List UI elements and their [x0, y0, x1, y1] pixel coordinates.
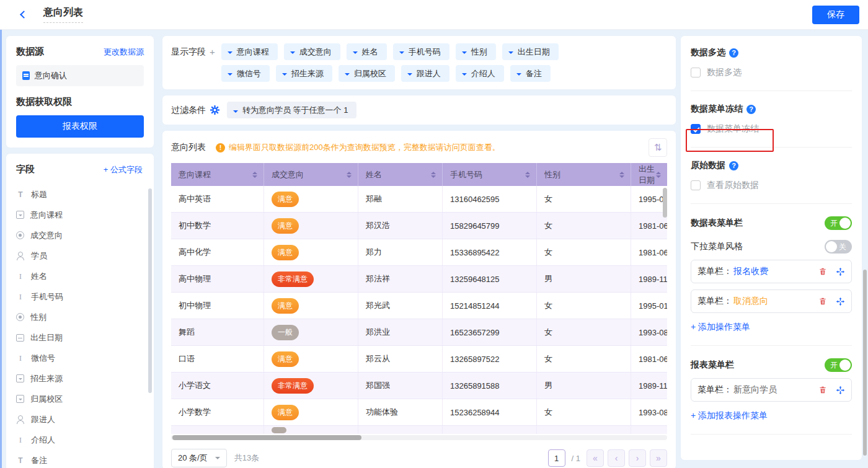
trash-icon[interactable] — [818, 386, 827, 394]
dropdown-style-toggle[interactable]: 关 — [825, 240, 852, 254]
chevron-down-icon — [516, 73, 521, 78]
prev-page-button[interactable]: ‹ — [608, 449, 625, 467]
caret-down-icon — [347, 175, 352, 180]
field-item[interactable]: 意向课程 — [16, 205, 148, 225]
add-formula-field-link[interactable]: + 公式字段 — [104, 164, 143, 175]
field-item[interactable]: 介绍人 — [16, 430, 148, 450]
sort-icon — [431, 169, 436, 180]
table-row: 初中数学满意郑汉浩15829645799女1981-06 — [171, 213, 667, 239]
field-item[interactable]: 跟进人 — [16, 409, 148, 430]
display-field-chip[interactable]: 出生日期 — [502, 43, 559, 60]
phone-cell — [443, 426, 537, 434]
display-field-chip[interactable]: 归属校区 — [339, 65, 395, 82]
question-icon[interactable]: ? — [729, 161, 738, 170]
filter-condition-chip[interactable]: 转为意向学员 等于任意一个 1 — [227, 102, 356, 118]
display-field-chip[interactable]: 姓名 — [347, 43, 387, 60]
display-field-chip[interactable]: 意向课程 — [221, 43, 278, 60]
menu-freeze-checkbox-label: 数据菜单冻结 — [707, 123, 759, 135]
field-item[interactable]: 成交意向 — [16, 225, 148, 245]
column-header[interactable]: 性别 — [537, 163, 631, 186]
save-button[interactable]: 保存 — [812, 6, 859, 24]
display-field-chip[interactable]: 备注 — [510, 65, 551, 82]
table-body: 高中英语满意郑融13160462595女1995-01初中数学满意郑汉浩1582… — [171, 186, 667, 434]
menu-item-name: 报名收费 — [733, 266, 768, 277]
display-field-chip[interactable]: 微信号 — [221, 65, 270, 82]
menu-item-name: 新意向学员 — [733, 384, 777, 395]
settings-scrollbar[interactable] — [863, 270, 867, 456]
chevron-down-icon — [353, 51, 358, 56]
caret-down-icon — [619, 175, 624, 180]
name-cell — [358, 426, 443, 434]
first-page-button[interactable]: « — [587, 449, 604, 467]
field-item[interactable]: 出生日期 — [16, 327, 148, 348]
field-item[interactable]: 性别 — [16, 307, 148, 327]
field-item[interactable]: 学员 — [16, 245, 148, 266]
question-icon[interactable]: ? — [729, 48, 738, 58]
datasource-item[interactable]: 意向确认 — [16, 65, 144, 86]
trash-icon[interactable] — [818, 267, 827, 276]
page-size-select[interactable]: 20 条/页 — [171, 449, 227, 467]
chevron-down-icon — [290, 51, 295, 56]
question-icon[interactable]: ? — [746, 105, 756, 114]
next-page-button[interactable]: › — [629, 449, 646, 467]
column-header[interactable]: 意向课程 — [171, 163, 264, 186]
datasource-item-label: 意向确认 — [35, 70, 67, 81]
report-menu-toggle[interactable]: 开 — [825, 358, 852, 372]
page-number-box[interactable]: 1 — [548, 449, 565, 467]
field-item[interactable]: 手机号码 — [16, 286, 148, 307]
report-editor-page: 意向列表 保存 数据源 更改数据源 意向确认 数据获取权限 报表权限 字段 + … — [0, 0, 868, 468]
course-cell: 初中数学 — [171, 213, 264, 239]
sort-icon — [252, 169, 257, 180]
display-field-chip[interactable]: 跟进人 — [401, 65, 450, 82]
fields-scrollbar[interactable] — [148, 188, 152, 393]
back-button[interactable] — [17, 9, 30, 21]
chevron-down-icon — [462, 51, 467, 56]
field-item[interactable]: 标题 — [16, 184, 148, 205]
sort-order-button[interactable]: ⇅ — [649, 138, 667, 157]
trash-icon[interactable] — [818, 297, 827, 306]
person-icon — [16, 252, 25, 260]
raw-data-title: 原始数据 — [691, 160, 725, 171]
multi-select-checkbox[interactable] — [691, 68, 701, 77]
page-of-label: / 1 — [572, 454, 580, 463]
field-item[interactable]: 微信号 — [16, 348, 148, 368]
report-permission-button[interactable]: 报表权限 — [16, 115, 144, 138]
last-page-button[interactable]: » — [650, 449, 667, 467]
menu-freeze-checkbox[interactable] — [691, 124, 701, 134]
field-item[interactable]: 姓名 — [16, 266, 148, 286]
filter-label: 过滤条件 — [171, 105, 206, 116]
gear-icon[interactable] — [210, 105, 219, 115]
table-horizontal-scrollbar[interactable] — [172, 435, 361, 440]
display-field-chip[interactable]: 成交意向 — [284, 43, 340, 60]
gender-cell: 女 — [537, 186, 631, 212]
column-header[interactable]: 姓名 — [358, 163, 443, 186]
add-report-action-menu-link[interactable]: + 添加报表操作菜单 — [691, 410, 852, 422]
table-vertical-scrollbar[interactable] — [663, 188, 667, 218]
move-icon[interactable] — [836, 297, 845, 306]
table-menu-toggle[interactable]: 开 — [825, 216, 852, 230]
course-cell: 高中物理 — [171, 266, 264, 292]
phone-cell: 13160462595 — [443, 186, 537, 212]
raw-data-checkbox[interactable] — [691, 180, 701, 190]
move-icon[interactable] — [836, 386, 845, 395]
gender-cell: 女 — [537, 346, 631, 372]
display-field-chip[interactable]: 介绍人 — [456, 65, 504, 82]
field-item[interactable]: 归属校区 — [16, 389, 148, 409]
display-field-chips: 意向课程成交意向姓名手机号码性别出生日期微信号招生来源归属校区跟进人介绍人备注 — [221, 43, 565, 82]
add-action-menu-link[interactable]: + 添加操作菜单 — [691, 322, 852, 333]
text-icon — [16, 354, 25, 363]
gender-cell: 女 — [537, 319, 631, 345]
display-field-chip[interactable]: 性别 — [456, 43, 496, 60]
top-bar: 意向列表 保存 — [0, 0, 868, 30]
change-datasource-link[interactable]: 更改数据源 — [104, 46, 144, 58]
add-display-field-button[interactable]: + — [210, 46, 215, 82]
move-icon[interactable] — [836, 267, 845, 276]
field-item[interactable]: 招生来源 — [16, 368, 148, 389]
column-header[interactable]: 成交意向 — [264, 163, 358, 186]
preview-table-card: 意向列表 ! 编辑界面只取数据源前200条作为查询数据预览，完整数据请访问页面查… — [162, 131, 676, 468]
field-item[interactable]: 备注 — [16, 450, 148, 468]
column-header[interactable]: 出生日期 — [631, 163, 667, 186]
column-header[interactable]: 手机号码 — [443, 163, 537, 186]
display-field-chip[interactable]: 手机号码 — [393, 43, 450, 60]
display-field-chip[interactable]: 招生来源 — [276, 65, 332, 82]
